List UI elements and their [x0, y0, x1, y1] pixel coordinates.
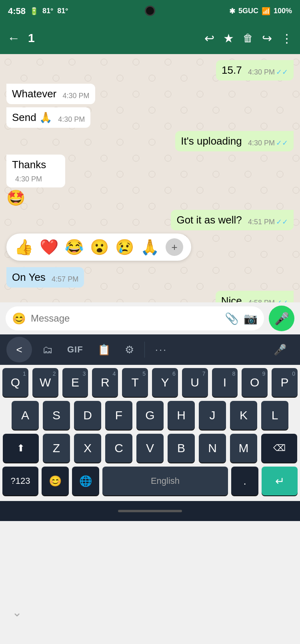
- settings-button[interactable]: ⚙: [118, 334, 141, 365]
- toolbar-divider: [144, 342, 145, 358]
- reply-button[interactable]: ↩: [204, 31, 214, 45]
- status-bar: 4:58 🔋 81° 81° ✱ 5GUC 📶 100%: [0, 0, 300, 22]
- reaction-cry[interactable]: 😢: [115, 238, 134, 256]
- sticker-icon: 🗂: [42, 344, 53, 356]
- message-text: Send 🙏: [12, 111, 52, 123]
- keyboard-mic-icon: 🎤: [274, 344, 286, 356]
- attach-button[interactable]: 📎: [225, 312, 239, 325]
- key-d[interactable]: D: [74, 401, 101, 430]
- message-meta: 4:58 PM ✓✓: [248, 298, 288, 302]
- key-x[interactable]: X: [74, 434, 101, 463]
- reaction-pray[interactable]: 🙏: [140, 238, 159, 256]
- reaction-more-button[interactable]: +: [166, 238, 183, 256]
- chat-header: ← 1 ↩ ★ 🗑 ↪ ⋮: [0, 22, 300, 54]
- more-button[interactable]: ⋮: [281, 31, 293, 45]
- camera-button[interactable]: 📷: [244, 312, 258, 325]
- numeric-key[interactable]: ?123: [2, 467, 38, 495]
- key-q[interactable]: Q1: [2, 368, 28, 397]
- message-row: Got it as well? 4:51 PM ✓✓: [6, 210, 294, 230]
- double-tick-icon: ✓✓: [276, 68, 288, 76]
- key-h[interactable]: H: [168, 401, 195, 430]
- reaction-thumbsup[interactable]: 👍: [14, 238, 33, 256]
- dots-icon: ···: [155, 344, 168, 356]
- reaction-wow[interactable]: 😮: [90, 238, 109, 256]
- message-bubble: It's uploading 4:30 PM ✓✓: [175, 131, 294, 151]
- gif-label: GIF: [67, 344, 83, 355]
- keyboard-row-3: ⬆ Z X C V B N M ⌫: [2, 434, 298, 463]
- collapse-keyboard-button[interactable]: ⌄: [12, 605, 22, 619]
- period-key[interactable]: .: [231, 467, 258, 495]
- key-l[interactable]: L: [261, 401, 288, 430]
- gif-button[interactable]: GIF: [60, 334, 90, 365]
- key-y[interactable]: Y6: [152, 368, 178, 397]
- double-tick-icon: ✓✓: [276, 217, 288, 226]
- key-m[interactable]: M: [230, 434, 257, 463]
- key-i[interactable]: I8: [212, 368, 238, 397]
- sticker-button[interactable]: 🗂: [35, 334, 60, 365]
- reaction-bar[interactable]: 👍 ❤️ 😂 😮 😢 🙏 +: [6, 233, 191, 261]
- key-r[interactable]: R4: [92, 368, 118, 397]
- status-right: ✱ 5GUC 📶 100%: [229, 7, 292, 16]
- key-t[interactable]: T5: [122, 368, 148, 397]
- shift-key[interactable]: ⬆: [3, 434, 39, 463]
- message-input-wrap: 😊 📎 📷: [6, 306, 264, 330]
- delete-button[interactable]: 🗑: [243, 32, 253, 44]
- key-u[interactable]: U7: [182, 368, 208, 397]
- battery-icon: 🔋: [30, 7, 38, 16]
- key-z[interactable]: Z: [43, 434, 70, 463]
- message-meta: 4:30 PM ✓✓: [248, 68, 288, 76]
- keyboard-back-button[interactable]: <: [6, 337, 32, 362]
- mic-button[interactable]: 🎤: [269, 306, 294, 331]
- key-c[interactable]: C: [105, 434, 132, 463]
- message-meta: 4:30 PM: [15, 175, 42, 183]
- back-button[interactable]: ←: [7, 31, 20, 46]
- message-text: Nice: [221, 295, 242, 302]
- keyboard-row-2: A S D F G H J K L: [2, 401, 298, 430]
- key-j[interactable]: J: [199, 401, 226, 430]
- key-s[interactable]: S: [43, 401, 70, 430]
- battery-pct: 100%: [274, 7, 292, 15]
- clipboard-button[interactable]: 📋: [90, 334, 118, 365]
- message-meta: 4:30 PM: [63, 92, 90, 100]
- key-f[interactable]: F: [105, 401, 132, 430]
- forward-button[interactable]: ↪: [262, 31, 272, 45]
- key-b[interactable]: B: [168, 434, 195, 463]
- message-input[interactable]: [31, 313, 220, 324]
- bottom-bar: [0, 501, 300, 521]
- key-w[interactable]: W2: [32, 368, 58, 397]
- star-button[interactable]: ★: [223, 31, 234, 45]
- key-v[interactable]: V: [136, 434, 164, 463]
- key-g[interactable]: G: [136, 401, 164, 430]
- message-text: It's uploading: [181, 135, 242, 147]
- emoji-key[interactable]: 😊: [42, 467, 69, 495]
- message-row: Send 🙏 4:30 PM: [6, 107, 294, 128]
- sticker-emoji: 🤩: [6, 189, 85, 207]
- gear-icon: ⚙: [125, 344, 134, 356]
- keyboard: Q1 W2 E3 R4 T5 Y6 U7 I8 O9 P0 A S D F G …: [0, 365, 300, 501]
- message-bubble: 15.7 4:30 PM ✓✓: [216, 60, 294, 80]
- key-e[interactable]: E3: [62, 368, 88, 397]
- temp2-display: 81°: [57, 7, 68, 15]
- space-key[interactable]: English: [102, 467, 228, 495]
- language-key[interactable]: 🌐: [72, 467, 99, 495]
- double-tick-icon: ✓✓: [276, 139, 288, 147]
- reaction-laugh[interactable]: 😂: [65, 238, 84, 256]
- message-text: On Yes: [12, 271, 46, 283]
- key-a[interactable]: A: [12, 401, 39, 430]
- key-k[interactable]: K: [230, 401, 257, 430]
- emoji-picker-button[interactable]: 😊: [12, 312, 26, 325]
- input-bar: 😊 📎 📷 🎤: [0, 302, 300, 334]
- message-row: Thanks 4:30 PM 🤩: [6, 155, 294, 207]
- delete-key[interactable]: ⌫: [261, 434, 297, 463]
- keyboard-mic-button[interactable]: 🎤: [266, 334, 294, 365]
- reaction-heart[interactable]: ❤️: [40, 238, 58, 256]
- key-p[interactable]: P0: [272, 368, 298, 397]
- keyboard-row-1: Q1 W2 E3 R4 T5 Y6 U7 I8 O9 P0: [2, 368, 298, 397]
- key-o[interactable]: O9: [242, 368, 268, 397]
- more-options-button[interactable]: ···: [148, 334, 175, 365]
- return-key[interactable]: ↵: [262, 467, 298, 495]
- message-row: 15.7 4:30 PM ✓✓: [6, 60, 294, 80]
- message-bubble: Got it as well? 4:51 PM ✓✓: [171, 210, 294, 230]
- message-text: Got it as well?: [176, 214, 242, 226]
- key-n[interactable]: N: [199, 434, 226, 463]
